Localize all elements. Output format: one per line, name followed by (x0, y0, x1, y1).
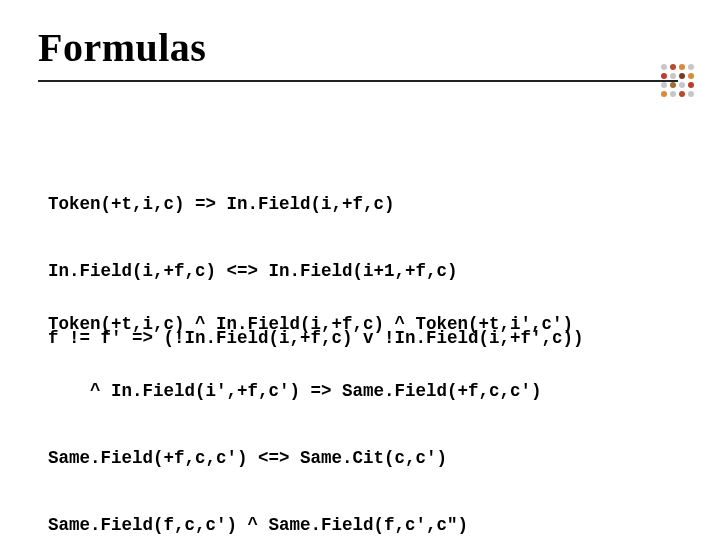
formula-line: Token(+t,i,c) ^ In.Field(i,+f,c) ^ Token… (48, 313, 660, 335)
title-underline (38, 80, 678, 82)
page-title: Formulas (38, 24, 206, 71)
formula-line: ^ In.Field(i',+f,c') => Same.Field(+f,c,… (48, 380, 660, 402)
formula-line: Token(+t,i,c) => In.Field(i,+f,c) (48, 193, 660, 215)
decorative-dot-cluster (661, 64, 694, 97)
formula-block-2: Token(+t,i,c) ^ In.Field(i,+f,c) ^ Token… (48, 268, 660, 540)
formula-line: Same.Field(f,c,c') ^ Same.Field(f,c',c") (48, 514, 660, 536)
formula-line: Same.Field(+f,c,c') <=> Same.Cit(c,c') (48, 447, 660, 469)
slide: Formulas Token(+t,i,c) => In.Field(i,+f,… (0, 0, 720, 540)
